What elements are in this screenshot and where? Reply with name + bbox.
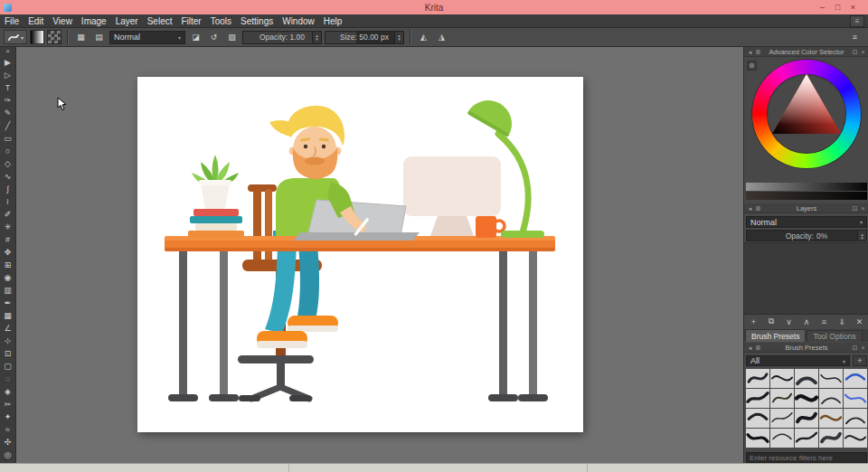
window-maximize-button[interactable]: □	[830, 1, 845, 14]
gear-icon[interactable]: ⚙	[754, 47, 762, 57]
close-docker-icon[interactable]: ×	[859, 47, 867, 57]
gradient-tool-button[interactable]: ▥	[1, 284, 15, 297]
size-slider[interactable]: Size: 50.00 px ▴▾	[325, 31, 404, 44]
blending-mode-dropdown[interactable]: Normal ▾	[109, 31, 185, 44]
brush-preset-chooser[interactable]: ▾	[4, 30, 27, 44]
move-tool-button[interactable]: ✥	[1, 246, 15, 259]
reference-images-tool-button[interactable]: ⊡	[1, 347, 15, 360]
brush-preset-thumbnail[interactable]	[770, 369, 794, 388]
rectangle-tool-button[interactable]: ▭	[1, 132, 15, 145]
move-layer-down-button[interactable]: ∨	[782, 316, 796, 327]
collapse-icon[interactable]: ◂	[746, 47, 754, 57]
calligraphy-tool-button[interactable]: ✑	[1, 94, 15, 107]
add-layer-button[interactable]: +	[747, 316, 760, 327]
mirror-vertical-button[interactable]: ◮	[434, 30, 449, 44]
close-docker-icon[interactable]: ×	[859, 203, 867, 213]
select-shapes-tool-button[interactable]: ▶	[1, 56, 15, 69]
collapse-icon[interactable]: ◂	[746, 343, 754, 353]
preserve-alpha-button[interactable]: ▨	[224, 30, 240, 44]
gradient-chooser[interactable]	[30, 30, 44, 44]
layer-properties-button[interactable]: ≡	[817, 316, 831, 327]
color-triangle[interactable]	[752, 60, 861, 168]
rectangular-selection-tool-button[interactable]: ▢	[1, 360, 15, 373]
edit-shapes-tool-button[interactable]: ▷	[1, 69, 15, 81]
menu-layer[interactable]: Layer	[111, 14, 143, 28]
reload-preset-button[interactable]: ↺	[206, 30, 222, 44]
color-sampler-tool-button[interactable]: ✒	[1, 297, 15, 309]
menu-edit[interactable]: Edit	[24, 14, 48, 28]
menu-window[interactable]: Window	[278, 14, 319, 28]
import-resource-button[interactable]: +	[853, 355, 867, 366]
menu-filter[interactable]: Filter	[176, 14, 205, 28]
brush-preset-thumbnail[interactable]	[795, 409, 818, 428]
float-docker-icon[interactable]: ⊡	[851, 343, 859, 353]
window-close-button[interactable]: ×	[845, 1, 861, 14]
menubar-overflow-button[interactable]: ≡	[850, 15, 864, 27]
brush-preset-thumbnail[interactable]	[819, 429, 843, 448]
mirror-horizontal-button[interactable]: ◭	[416, 30, 431, 44]
fill-tool-button[interactable]: ◉	[1, 271, 15, 284]
delete-layer-button[interactable]: ✕	[853, 316, 866, 327]
shade-selector-strip[interactable]	[746, 192, 867, 200]
line-tool-button[interactable]: ╱	[1, 119, 15, 132]
polyline-tool-button[interactable]: ∿	[1, 170, 15, 183]
text-tool-button[interactable]: T	[1, 81, 15, 94]
layer-list[interactable]	[744, 242, 868, 315]
toolbox-close-button[interactable]: ×	[5, 47, 10, 56]
pattern-edit-tool-button[interactable]: ▦	[1, 309, 15, 322]
choose-workspace-button[interactable]: ▤	[91, 30, 107, 44]
brush-preset-thumbnail[interactable]	[746, 429, 769, 448]
ellipse-tool-button[interactable]: ○	[1, 145, 15, 157]
freehand-path-tool-button[interactable]: ≀	[1, 195, 15, 208]
multibrush-tool-button[interactable]: ✳	[1, 221, 15, 233]
brush-preset-thumbnail[interactable]	[770, 409, 794, 428]
freehand-selection-tool-button[interactable]: ✂	[1, 398, 15, 411]
float-docker-icon[interactable]: ⊡	[851, 47, 859, 57]
brush-preset-thumbnail[interactable]	[844, 369, 867, 388]
menu-tools[interactable]: Tools	[206, 14, 236, 28]
gear-icon[interactable]: ⚙	[754, 343, 762, 353]
elliptical-selection-tool-button[interactable]: ◌	[1, 373, 15, 385]
toolbar-overflow-button[interactable]: ≡	[847, 30, 863, 44]
gear-icon[interactable]: ⚙	[754, 203, 762, 213]
menu-file[interactable]: File	[0, 14, 24, 28]
bezier-curve-tool-button[interactable]: ∫	[1, 183, 15, 195]
crop-tool-button[interactable]: #	[1, 233, 15, 246]
polygon-tool-button[interactable]: ◇	[1, 157, 15, 170]
move-layer-up-button[interactable]: ∧	[800, 316, 814, 327]
brush-preset-thumbnail[interactable]	[844, 389, 867, 408]
preset-filter-dropdown[interactable]: All ▾	[746, 355, 850, 366]
brush-preset-thumbnail[interactable]	[844, 409, 867, 428]
brush-preset-thumbnail[interactable]	[819, 369, 843, 388]
layer-blending-mode-dropdown[interactable]: Normal ▾	[746, 216, 867, 228]
shade-selector-strip[interactable]	[746, 183, 867, 191]
layer-opacity-slider[interactable]: Opacity: 0% ▴▾	[746, 230, 867, 241]
menu-select[interactable]: Select	[143, 14, 177, 28]
polygonal-selection-tool-button[interactable]: ◈	[1, 385, 15, 398]
brush-preset-thumbnail[interactable]	[795, 429, 818, 448]
pattern-chooser[interactable]	[47, 30, 61, 44]
measure-tool-button[interactable]: ∠	[1, 322, 15, 335]
transform-tool-button[interactable]: ⊞	[1, 259, 15, 271]
opacity-spinner[interactable]: ▴▾	[312, 32, 321, 43]
docker-tab-brush-presets[interactable]: Brush Presets	[745, 329, 806, 342]
brush-preset-thumbnail[interactable]	[819, 389, 843, 408]
contiguous-selection-tool-button[interactable]: ✦	[1, 411, 15, 423]
similar-color-selection-tool-button[interactable]: ≈	[1, 423, 15, 436]
brush-preset-thumbnail[interactable]	[844, 429, 867, 448]
size-spinner[interactable]: ▴▾	[394, 32, 403, 43]
layer-opacity-spinner[interactable]: ▴▾	[857, 231, 866, 241]
opacity-slider[interactable]: Opacity: 1.00 ▴▾	[242, 31, 322, 44]
pan-tool-button[interactable]: ✣	[1, 436, 15, 448]
menu-settings[interactable]: Settings	[236, 14, 278, 28]
duplicate-layer-button[interactable]: ⧉	[765, 316, 778, 327]
merge-layer-button[interactable]: ⇓	[835, 316, 849, 327]
brush-preset-thumbnail[interactable]	[746, 409, 769, 428]
canvas-area[interactable]	[16, 47, 743, 463]
brush-preset-thumbnail[interactable]	[746, 369, 769, 388]
brush-preset-thumbnail[interactable]	[770, 389, 794, 408]
canvas-document[interactable]	[137, 77, 583, 432]
menu-view[interactable]: View	[48, 14, 77, 28]
window-minimize-button[interactable]: –	[815, 1, 830, 14]
freehand-brush-tool-button[interactable]: ✎	[1, 107, 15, 119]
